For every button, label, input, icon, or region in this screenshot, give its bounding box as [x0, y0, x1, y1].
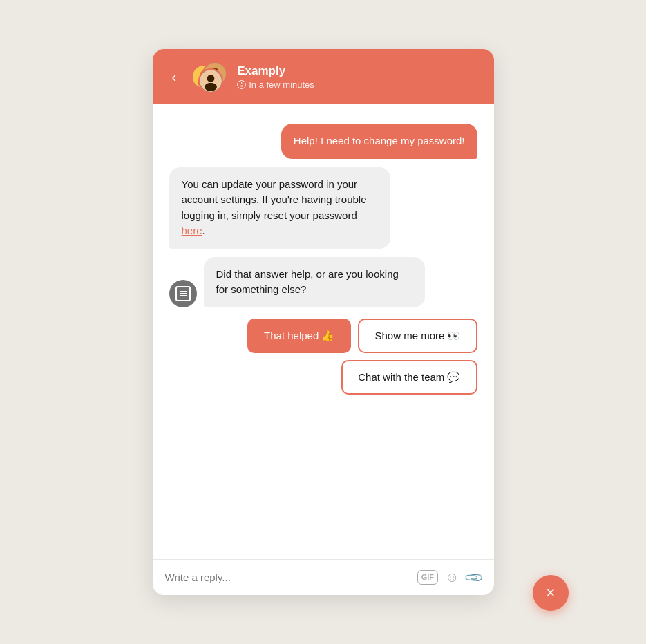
- attach-icon[interactable]: 📎: [463, 567, 484, 588]
- svg-point-7: [207, 75, 215, 82]
- bot-message-row-1: You can update your password in your acc…: [169, 167, 477, 249]
- reply-input[interactable]: [165, 571, 410, 583]
- chat-header: ‹: [153, 49, 494, 104]
- action-row-1: That helped 👍 Show me more 👀: [247, 319, 477, 353]
- chat-team-button[interactable]: Chat with the team 💬: [341, 360, 477, 395]
- chat-window: ‹: [153, 49, 494, 595]
- avatar-stack: [191, 61, 227, 92]
- header-info: Examply In a few minutes: [237, 64, 314, 90]
- show-more-button[interactable]: Show me more 👀: [358, 319, 477, 353]
- action-row-2: Chat with the team 💬: [341, 360, 477, 395]
- bot-message-row-2: Did that answer help, or are you looking…: [169, 257, 477, 307]
- action-buttons: That helped 👍 Show me more 👀 Chat with t…: [169, 319, 477, 395]
- header-status: In a few minutes: [237, 79, 314, 90]
- bot-avatar: [169, 280, 197, 307]
- user-message-row: Help! I need to change my password!: [169, 124, 477, 159]
- avatar-3: [198, 68, 223, 93]
- that-helped-button[interactable]: That helped 👍: [247, 319, 351, 353]
- bot-message-bubble-1: You can update your password in your acc…: [169, 167, 390, 249]
- bot-text-before-link: You can update your password in your acc…: [182, 178, 367, 221]
- close-fab-button[interactable]: ×: [533, 575, 569, 611]
- input-icons: GIF ☺ 📎: [417, 569, 482, 585]
- bot-text-after-link: .: [202, 225, 205, 236]
- emoji-icon[interactable]: ☺: [445, 569, 459, 585]
- svg-point-8: [205, 83, 217, 91]
- bot-message-bubble-2: Did that answer help, or are you looking…: [204, 257, 425, 307]
- user-message-bubble: Help! I need to change my password!: [281, 124, 477, 159]
- clock-icon: [237, 80, 246, 89]
- bot-icon: [175, 286, 191, 301]
- chat-input-area: GIF ☺ 📎: [153, 559, 494, 595]
- back-button[interactable]: ‹: [167, 67, 182, 86]
- header-name: Examply: [237, 64, 314, 78]
- chat-body: Help! I need to change my password! You …: [153, 104, 494, 559]
- close-icon: ×: [547, 585, 555, 600]
- gif-button[interactable]: GIF: [417, 570, 438, 585]
- reset-link[interactable]: here: [182, 225, 202, 236]
